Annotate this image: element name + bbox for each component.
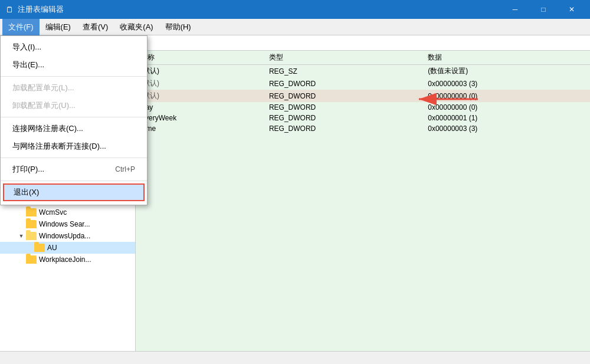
table-row[interactable]: TimeREG_DWORD0x00000003 (3) bbox=[136, 123, 590, 134]
window-controls: ─ □ ✕ bbox=[502, 0, 585, 19]
tree-item-workplacejoin[interactable]: WorkplaceJoin... bbox=[0, 254, 135, 265]
folder-icon-workplacejoin bbox=[26, 255, 37, 264]
menu-edit[interactable]: 编辑(E) bbox=[40, 19, 77, 35]
menu-help[interactable]: 帮助(H) bbox=[159, 19, 197, 35]
folder-icon-au bbox=[34, 244, 45, 252]
cell-data: 0x00000003 (3) bbox=[423, 123, 590, 134]
table-row[interactable]: (默认)REG_DWORD0x00000000 (0) bbox=[136, 90, 590, 102]
print-label: 打印(P)... bbox=[12, 164, 44, 175]
tree-label-windowsupdate: WindowsUpda... bbox=[39, 232, 90, 240]
cell-name: (默认) bbox=[136, 90, 264, 102]
maximize-button[interactable]: □ bbox=[530, 0, 557, 19]
table-row[interactable]: (默认)REG_SZ(数值未设置) bbox=[136, 65, 590, 78]
tree-item-wcmsvc[interactable]: WcmSvc bbox=[0, 206, 135, 218]
cell-type: REG_DWORD bbox=[264, 90, 423, 102]
menu-bar: 文件(F) 编辑(E) 查看(V) 收藏夹(A) 帮助(H) bbox=[0, 19, 590, 35]
menu-item-disconnect[interactable]: 与网络注册表断开连接(D)... bbox=[1, 137, 147, 155]
cell-type: REG_SZ bbox=[264, 65, 423, 78]
cell-data: 0x00000000 (0) bbox=[423, 102, 590, 113]
tree-label-au: AU bbox=[47, 244, 57, 252]
menu-view[interactable]: 查看(V) bbox=[77, 19, 114, 35]
menu-item-print[interactable]: 打印(P)... Ctrl+P bbox=[1, 160, 147, 178]
cell-data: 0x00000003 (3) bbox=[423, 77, 590, 90]
table-row[interactable]: DayREG_DWORD0x00000000 (0) bbox=[136, 102, 590, 113]
cell-type: REG_DWORD bbox=[264, 123, 423, 134]
minimize-button[interactable]: ─ bbox=[502, 0, 529, 19]
tree-label-workplacejoin: WorkplaceJoin... bbox=[39, 255, 91, 264]
separator-2 bbox=[1, 117, 147, 117]
menu-item-unloadhive[interactable]: 卸载配置单元(U)... bbox=[1, 97, 147, 114]
separator-1 bbox=[1, 76, 147, 77]
folder-icon-wcmsvc bbox=[26, 208, 37, 217]
cell-type: REG_DWORD bbox=[264, 113, 423, 123]
status-bar bbox=[0, 351, 590, 364]
menu-item-loadhive[interactable]: 加载配置单元(L)... bbox=[1, 79, 147, 97]
cell-data: 0x00000000 (0) bbox=[423, 90, 590, 102]
col-data: 数据 bbox=[423, 51, 590, 65]
cell-data: 0x00000001 (1) bbox=[423, 113, 590, 123]
col-name: 名称 bbox=[136, 51, 264, 65]
folder-icon-windowsupdate bbox=[26, 232, 37, 240]
menu-item-connect[interactable]: 连接网络注册表(C)... bbox=[1, 120, 147, 137]
cell-type: REG_DWORD bbox=[264, 77, 423, 90]
tree-item-au[interactable]: AU bbox=[0, 242, 135, 254]
tree-label-windowssearch: Windows Sear... bbox=[39, 220, 90, 228]
tree-item-windowsupdate[interactable]: ▼WindowsUpda... bbox=[0, 230, 135, 242]
folder-icon-windowssearch bbox=[26, 220, 37, 228]
separator-3 bbox=[1, 158, 147, 158]
cell-name: (默认) bbox=[136, 77, 264, 90]
menu-item-export[interactable]: 导出(E)... bbox=[1, 56, 147, 74]
file-menu-dropdown: 导入(I)... 导出(E)... 加载配置单元(L)... 卸载配置单元(U)… bbox=[0, 35, 148, 205]
title-bar: 🗒 注册表编辑器 ─ □ ✕ bbox=[0, 0, 590, 19]
menu-item-import[interactable]: 导入(I)... bbox=[1, 38, 147, 56]
col-type: 类型 bbox=[264, 51, 423, 65]
values-panel: 名称 类型 数据 (默认)REG_SZ(数值未设置)(默认)REG_DWORD0… bbox=[136, 51, 590, 351]
cell-name: (默认) bbox=[136, 65, 264, 78]
table-row[interactable]: (默认)REG_DWORD0x00000003 (3) bbox=[136, 77, 590, 90]
close-button[interactable]: ✕ bbox=[558, 0, 585, 19]
table-row[interactable]: EveryWeekREG_DWORD0x00000001 (1) bbox=[136, 113, 590, 123]
app-icon: 🗒 bbox=[5, 5, 14, 14]
app-title: 注册表编辑器 bbox=[18, 4, 64, 15]
menu-file[interactable]: 文件(F) bbox=[2, 19, 40, 35]
cell-name: EveryWeek bbox=[136, 113, 264, 123]
cell-name: Day bbox=[136, 102, 264, 113]
menu-favorites[interactable]: 收藏夹(A) bbox=[114, 19, 159, 35]
separator-4 bbox=[1, 181, 147, 181]
title-bar-left: 🗒 注册表编辑器 bbox=[5, 4, 64, 15]
tree-arrow-windowsupdate: ▼ bbox=[17, 233, 26, 239]
tree-label-wcmsvc: WcmSvc bbox=[39, 208, 67, 217]
values-table: 名称 类型 数据 (默认)REG_SZ(数值未设置)(默认)REG_DWORD0… bbox=[136, 51, 590, 134]
cell-data: (数值未设置) bbox=[423, 65, 590, 78]
menu-item-exit[interactable]: 退出(X) bbox=[3, 183, 145, 201]
print-shortcut: Ctrl+P bbox=[115, 165, 135, 173]
file-menu: 导入(I)... 导出(E)... 加载配置单元(L)... 卸载配置单元(U)… bbox=[0, 35, 148, 205]
cell-name: Time bbox=[136, 123, 264, 134]
cell-type: REG_DWORD bbox=[264, 102, 423, 113]
tree-item-windowssearch[interactable]: Windows Sear... bbox=[0, 218, 135, 230]
